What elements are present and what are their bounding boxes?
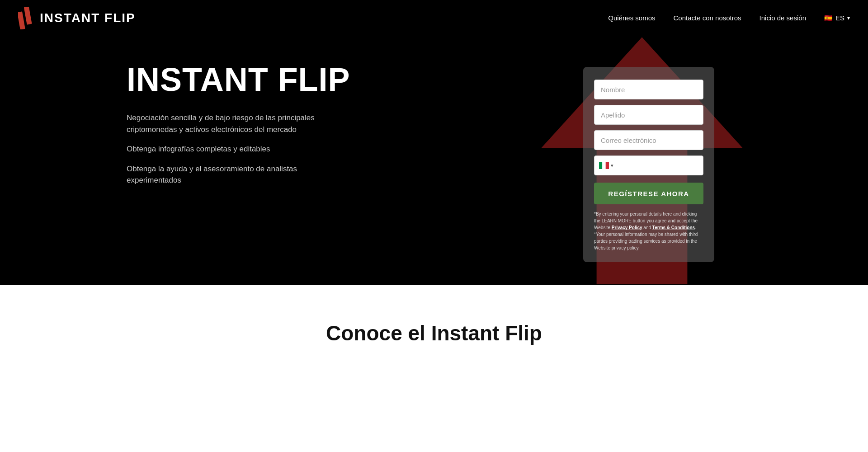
svg-rect-3 xyxy=(599,162,602,169)
chevron-down-icon: ▾ xyxy=(847,15,850,21)
hero-content: INSTANT FLIP Negociación sencilla y de b… xyxy=(127,63,350,194)
nav-quienes-somos[interactable]: Quiénes somos xyxy=(608,14,655,22)
svg-rect-5 xyxy=(606,162,609,169)
navbar: INSTANT FLIP Quiénes somos Contacte con … xyxy=(0,0,868,36)
privacy-policy-link[interactable]: Privacy Policy xyxy=(612,225,642,230)
email-input[interactable] xyxy=(594,130,703,150)
register-button[interactable]: REGÍSTRESE AHORA xyxy=(594,183,703,204)
lower-title: Conoce el Instant Flip xyxy=(326,321,542,345)
flag-es-icon: 🇪🇸 xyxy=(824,14,833,22)
phone-input[interactable] xyxy=(613,162,703,170)
flag-it-icon xyxy=(599,162,609,169)
nombre-input[interactable] xyxy=(594,80,703,99)
hero-title: INSTANT FLIP xyxy=(127,63,350,96)
registration-form: ▾ REGÍSTRESE AHORA *By entering your per… xyxy=(583,67,714,262)
hero-section: INSTANT FLIP Negociación sencilla y de b… xyxy=(0,0,868,285)
disclaimer-and: and xyxy=(642,225,652,230)
apellido-input[interactable] xyxy=(594,105,703,125)
form-disclaimer: *By entering your personal details here … xyxy=(594,211,703,251)
hero-bullet-2: Obtenga infografías completas y editable… xyxy=(127,143,326,155)
phone-field[interactable]: ▾ xyxy=(594,155,703,175)
hero-bullet-3: Obtenga la ayuda y el asesoramiento de a… xyxy=(127,163,326,186)
svg-rect-1 xyxy=(24,7,32,25)
svg-rect-0 xyxy=(18,11,25,29)
nav-login[interactable]: Inicio de sesión xyxy=(760,14,806,22)
lower-section: Conoce el Instant Flip xyxy=(0,285,868,452)
navbar-links: Quiénes somos Contacte con nosotros Inic… xyxy=(608,14,850,22)
disclaimer-text-3: *Your personal information may be shared… xyxy=(594,232,698,250)
lang-code: ES xyxy=(835,14,844,22)
nav-contacto[interactable]: Contacte con nosotros xyxy=(673,14,741,22)
logo[interactable]: INSTANT FLIP xyxy=(18,7,136,29)
terms-link[interactable]: Terms & Conditions xyxy=(652,225,695,230)
disclaimer-dot: . xyxy=(695,225,696,230)
language-selector[interactable]: 🇪🇸 ES ▾ xyxy=(824,14,850,22)
phone-country-selector[interactable]: ▾ xyxy=(599,162,613,169)
logo-text: INSTANT FLIP xyxy=(40,11,136,25)
hero-bullet-1: Negociación sencilla y de bajo riesgo de… xyxy=(127,112,326,135)
logo-icon xyxy=(18,7,34,29)
svg-rect-4 xyxy=(602,162,605,169)
